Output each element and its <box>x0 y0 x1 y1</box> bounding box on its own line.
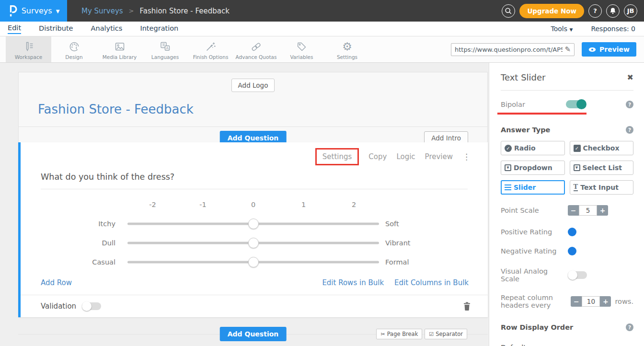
preview-button[interactable]: Preview <box>582 42 636 57</box>
question-settings-button[interactable]: Settings <box>322 152 352 161</box>
toolbar-item-workspace[interactable]: Workspace <box>6 36 51 62</box>
responses-count[interactable]: Responses: 0 <box>591 25 635 33</box>
positive-rating-color-swatch[interactable] <box>568 228 576 236</box>
answer-type-slider[interactable]: Slider <box>501 180 565 195</box>
radio-icon: ✓ <box>505 145 512 152</box>
question-logic-button[interactable]: Logic <box>396 152 415 161</box>
bipolar-annotation-underline <box>497 113 586 115</box>
bipolar-toggle[interactable] <box>566 100 586 108</box>
minus-button[interactable]: − <box>568 205 579 216</box>
answer-type-checkbox[interactable]: ✓ Checkbox <box>570 141 634 155</box>
positive-rating-row: Positive Rating <box>501 228 633 236</box>
answer-type-text-input[interactable]: T Text Input <box>570 180 634 195</box>
slider-row-itchy-soft: Itchy Soft <box>21 214 488 233</box>
chevron-down-icon: ▼ <box>593 345 597 346</box>
toolbar-item-design[interactable]: Design <box>51 36 97 62</box>
notifications-button[interactable] <box>606 4 620 18</box>
validation-toggle[interactable] <box>82 302 101 310</box>
answer-type-grid: ✓ Radio ✓ Checkbox ▼ Dropdown ▼ Select L… <box>501 141 633 195</box>
tag-icon <box>296 40 308 53</box>
survey-url-field[interactable]: https://www.questionpro.com/t/AP53kZiOG … <box>451 43 575 56</box>
row-right-label: Formal <box>385 258 409 266</box>
more-options-icon[interactable]: ⋮ <box>462 152 471 161</box>
question-copy-button[interactable]: Copy <box>368 152 387 161</box>
row-right-label: Vibrant <box>385 239 411 247</box>
scale-label: 2 <box>352 201 356 208</box>
brand-surveys-menu[interactable]: Surveys ▼ <box>0 0 67 22</box>
question-text[interactable]: What do you think of the dress? <box>41 172 469 182</box>
add-question-button-bottom[interactable]: Add Question <box>220 327 287 341</box>
row-display-order-select[interactable]: Default ▼ <box>501 344 597 346</box>
help-button[interactable]: ? <box>588 4 602 18</box>
svg-text:A: A <box>166 46 169 50</box>
row-display-order-value: Default <box>501 344 526 346</box>
answer-type-select-list[interactable]: ▼ Select List <box>570 161 634 175</box>
edit-rows-in-bulk-link[interactable]: Edit Rows in Bulk <box>322 278 384 287</box>
tab-analytics[interactable]: Analytics <box>91 24 123 34</box>
row-left-label: Dull <box>21 239 115 247</box>
separator-button[interactable]: ☑ Separator <box>425 329 467 339</box>
toolbar-item-languages[interactable]: A Languages <box>142 36 188 62</box>
breadcrumb-my-surveys[interactable]: My Surveys <box>81 7 123 15</box>
select-list-icon: ▼ <box>574 164 580 171</box>
repeat-headers-row: Repeat column headers every − 10 + rows. <box>501 294 633 309</box>
answer-type-radio[interactable]: ✓ Radio <box>501 141 565 155</box>
slider-track[interactable] <box>127 238 379 248</box>
tab-distribute[interactable]: Distribute <box>39 24 73 34</box>
slider-handle[interactable] <box>248 238 259 248</box>
breadcrumb-separator: > <box>129 7 134 14</box>
point-scale-row: Point Scale − 5 + <box>501 205 633 216</box>
palette-icon <box>68 40 80 53</box>
help-icon[interactable]: ? <box>626 101 633 108</box>
add-logo-button[interactable]: Add Logo <box>231 79 275 92</box>
image-icon <box>114 40 126 53</box>
plus-button[interactable]: + <box>597 205 608 216</box>
negative-rating-color-swatch[interactable] <box>568 247 576 255</box>
toolbar-item-media-library[interactable]: Media Library <box>97 36 142 62</box>
repeat-headers-value[interactable]: 10 <box>582 296 600 307</box>
answer-type-dropdown[interactable]: ▼ Dropdown <box>501 161 565 175</box>
minus-button[interactable]: − <box>571 296 582 307</box>
editor-toolbar: Workspace Design Media Library A Languag… <box>0 36 644 63</box>
panel-title: Text Slider <box>501 72 545 82</box>
slider-handle[interactable] <box>248 257 259 267</box>
tab-edit[interactable]: Edit <box>8 24 21 34</box>
checkbox-icon: ✓ <box>574 145 581 152</box>
survey-title[interactable]: Fashion Store - Feedback <box>38 102 487 116</box>
help-icon[interactable]: ? <box>626 126 633 134</box>
edit-pencil-icon[interactable]: ✎ <box>564 45 571 54</box>
close-icon[interactable]: ✖ <box>627 73 633 82</box>
upgrade-now-button[interactable]: Upgrade Now <box>519 4 584 18</box>
toolbar-item-variables[interactable]: Variables <box>279 36 324 62</box>
answer-type-header: Answer Type ? <box>501 126 633 134</box>
slider-track[interactable] <box>127 257 379 267</box>
slider-row-dull-vibrant: Dull Vibrant <box>21 233 488 253</box>
slider-track[interactable] <box>127 219 379 229</box>
question-preview-button[interactable]: Preview <box>425 152 453 161</box>
slider-row-casual-formal: Casual Formal <box>21 253 488 272</box>
trash-icon <box>463 302 471 311</box>
edit-columns-in-bulk-link[interactable]: Edit Columns in Bulk <box>394 278 469 287</box>
row-right-label: Soft <box>385 220 399 228</box>
visual-analog-scale-toggle[interactable] <box>568 271 587 279</box>
slider-handle[interactable] <box>248 219 259 229</box>
slider-icon <box>505 185 511 191</box>
help-icon[interactable]: ? <box>626 323 633 331</box>
survey-header-card: Add Logo Fashion Store - Feedback Add Qu… <box>18 72 488 150</box>
page-break-button[interactable]: ✂ Page Break <box>376 329 422 339</box>
delete-question-button[interactable] <box>463 302 471 311</box>
avatar[interactable]: JB <box>624 4 637 18</box>
search-button[interactable] <box>502 4 515 18</box>
text-input-icon: T <box>574 184 578 191</box>
translate-icon: A <box>159 40 172 53</box>
point-scale-value[interactable]: 5 <box>579 205 597 216</box>
chain-links-icon <box>250 40 263 53</box>
checked-box-icon: ☑ <box>429 331 434 337</box>
toolbar-item-finish-options[interactable]: Finish Options <box>188 36 233 62</box>
plus-button[interactable]: + <box>600 296 611 307</box>
toolbar-item-advance-quotas[interactable]: Advance Quotas <box>233 36 279 62</box>
add-row-link[interactable]: Add Row <box>41 278 72 287</box>
tools-dropdown[interactable]: Tools ▼ <box>551 25 573 33</box>
toolbar-item-settings[interactable]: ⚙ Settings <box>324 36 370 62</box>
tab-integration[interactable]: Integration <box>140 24 178 34</box>
